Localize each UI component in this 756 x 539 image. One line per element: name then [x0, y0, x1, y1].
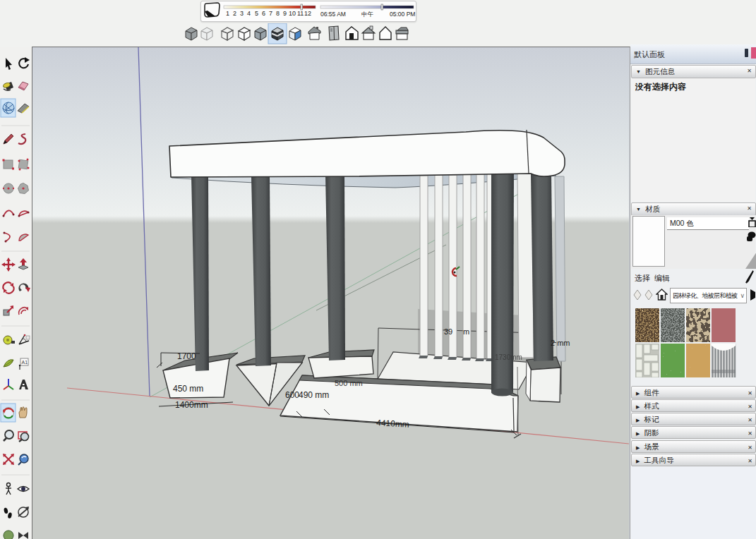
svg-text:1730mm: 1730mm [495, 353, 522, 361]
svg-text:600: 600 [285, 390, 299, 400]
svg-text:1400mm: 1400mm [175, 400, 208, 410]
svg-text:2 mm: 2 mm [551, 339, 570, 347]
svg-text:490 mm: 490 mm [299, 390, 329, 400]
svg-text:39: 39 [444, 327, 452, 336]
svg-text:4410mm: 4410mm [376, 418, 409, 430]
svg-text:500 mm: 500 mm [335, 379, 363, 387]
svg-text:1700: 1700 [177, 351, 196, 361]
svg-text:450 mm: 450 mm [173, 384, 203, 394]
svg-text:m: m [463, 327, 469, 336]
svg-text:A1: A1 [22, 360, 28, 365]
